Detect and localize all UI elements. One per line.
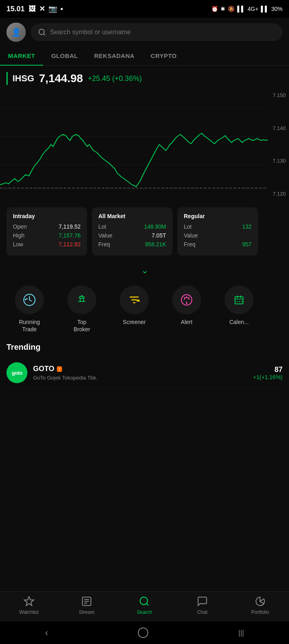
- watchlist-icon: [23, 596, 35, 607]
- calendar-icon-circle: [225, 285, 254, 314]
- allmarket-lot: Lot 148.90M: [98, 223, 166, 230]
- svg-line-1: [44, 34, 45, 35]
- chart-y-labels: 7.150 7.140 7.130 7.120: [272, 88, 286, 201]
- network-type: 4G+: [247, 6, 258, 12]
- regular-lot: Lot 132: [184, 223, 252, 230]
- alert-label: Alert: [181, 318, 193, 326]
- stats-card-allmarket: All Market Lot 148.90M Value 7.05T Freq …: [92, 207, 173, 256]
- tab-market[interactable]: MARKET: [0, 47, 43, 66]
- bluetooth-icon: ✱: [220, 6, 225, 12]
- mute-icon: 🔕: [228, 6, 235, 12]
- allmarket-title: All Market: [98, 213, 166, 219]
- goto-info: GOTO ! GoTo Gojek Tokopedia Tbk.: [33, 365, 247, 381]
- allmarket-lot-value: 148.90M: [144, 223, 166, 230]
- recent-button[interactable]: |||: [238, 629, 244, 637]
- goto-symbol: GOTO: [33, 365, 54, 373]
- goto-change: +1(+1.16%): [253, 374, 283, 380]
- svg-point-9: [81, 295, 83, 297]
- nav-portfolio[interactable]: Portfolio: [244, 596, 276, 615]
- search-wrapper[interactable]: [31, 23, 283, 41]
- goto-price: 87: [253, 365, 283, 374]
- intraday-high-label: High: [13, 232, 25, 239]
- action-alert[interactable]: Alert: [160, 285, 213, 333]
- y-label-3: 7.130: [272, 158, 286, 164]
- intraday-title: Intraday: [13, 213, 81, 219]
- signal-icon2: ▌▌: [261, 6, 269, 12]
- svg-rect-16: [186, 303, 187, 304]
- regular-value: Value: [184, 232, 252, 239]
- search-icon: [38, 28, 46, 36]
- intraday-open: Open 7,119.52: [13, 223, 81, 230]
- allmarket-value: Value 7.05T: [98, 232, 166, 239]
- goto-price-col: 87 +1(+1.16%): [253, 365, 283, 380]
- alert-icon: [179, 293, 194, 307]
- intraday-high-value: 7,157.76: [59, 232, 81, 239]
- nav-watchlist[interactable]: Watchlist: [13, 596, 45, 615]
- intraday-open-label: Open: [13, 223, 27, 230]
- top-broker-label: TopBroker: [73, 318, 90, 333]
- action-running-trade[interactable]: RunningTrade: [3, 285, 56, 333]
- stats-card-regular: Regular Lot 132 Value Freq 957: [177, 207, 258, 256]
- running-trade-label: RunningTrade: [19, 318, 40, 333]
- ihsg-value: 7,144.98: [39, 72, 83, 85]
- intraday-low-label: Low: [13, 241, 23, 248]
- nav-portfolio-label: Portfolio: [251, 609, 269, 615]
- allmarket-freq-label: Freq: [98, 241, 110, 248]
- screener-icon: [127, 293, 141, 307]
- top-broker-icon: [75, 293, 89, 307]
- tab-global[interactable]: GLOBAL: [43, 47, 86, 65]
- regular-freq-label: Freq: [184, 241, 195, 248]
- y-label-4: 7.120: [272, 191, 286, 197]
- status-app-icons: 🖼 ✕ 📷 •: [29, 4, 63, 13]
- back-button[interactable]: ‹: [45, 627, 48, 638]
- ihsg-chart: 7.150 7.140 7.130 7.120: [0, 88, 289, 201]
- nav-search-icon: [139, 596, 150, 607]
- allmarket-freq-value: 958.21K: [145, 241, 166, 248]
- instagram-icon: 📷: [48, 4, 57, 13]
- stats-card-intraday: Intraday Open 7,119.52 High 7,157.76 Low…: [6, 207, 87, 256]
- nav-search-label: Search: [137, 609, 152, 615]
- regular-title: Regular: [184, 213, 252, 219]
- home-button[interactable]: [138, 627, 148, 638]
- alarm-icon: ⏰: [211, 6, 218, 12]
- user-avatar[interactable]: 👤: [6, 23, 26, 42]
- svg-point-23: [241, 301, 243, 302]
- ihsg-symbol: IHSG: [12, 73, 34, 84]
- expand-chevron[interactable]: ⌄: [0, 262, 289, 279]
- tab-crypto[interactable]: CRYPTO: [143, 47, 185, 65]
- regular-value-label: Value: [184, 232, 198, 239]
- nav-stream[interactable]: Stream: [71, 596, 103, 615]
- trending-item-goto[interactable]: goto GOTO ! GoTo Gojek Tokopedia Tbk. 87…: [6, 357, 283, 388]
- allmarket-lot-label: Lot: [98, 223, 106, 230]
- stats-cards: Intraday Open 7,119.52 High 7,157.76 Low…: [0, 201, 289, 262]
- running-trade-icon-circle: [15, 285, 44, 314]
- goto-name-row: GOTO !: [33, 365, 247, 373]
- regular-freq-value: 957: [242, 241, 252, 248]
- status-bar: 15.01 🖼 ✕ 📷 • ⏰ ✱ 🔕 ▌▌ 4G+ ▌▌ 30%: [0, 0, 289, 18]
- nav-search[interactable]: Search: [128, 596, 160, 615]
- nav-chat[interactable]: Chat: [186, 596, 218, 615]
- svg-point-29: [140, 597, 148, 605]
- screener-label: Screener: [123, 318, 146, 326]
- goto-full-name: GoTo Gojek Tokopedia Tbk.: [33, 375, 247, 381]
- svg-marker-24: [24, 597, 33, 605]
- y-label-2: 7.140: [272, 125, 286, 131]
- signal-icon: ▌▌: [237, 6, 245, 12]
- screener-icon-circle: [120, 285, 149, 314]
- twitter-x-icon: ✕: [39, 4, 45, 13]
- trending-title: Trending: [6, 343, 283, 352]
- tab-reksadana[interactable]: REKSADANA: [86, 47, 143, 65]
- regular-lot-value: 132: [242, 223, 252, 230]
- svg-line-14: [188, 297, 189, 298]
- gallery-icon: 🖼: [29, 5, 36, 13]
- action-top-broker[interactable]: TopBroker: [56, 285, 108, 333]
- y-label-1: 7.150: [272, 92, 286, 98]
- alert-icon-circle: [172, 285, 201, 314]
- goto-logo: goto: [6, 362, 27, 383]
- action-screener[interactable]: Screener: [108, 285, 160, 333]
- search-input[interactable]: [50, 29, 275, 36]
- goto-badge: !: [57, 366, 62, 372]
- action-calendar[interactable]: Calen...: [213, 285, 265, 333]
- intraday-high: High 7,157.76: [13, 232, 81, 239]
- intraday-open-value: 7,119.52: [59, 223, 81, 230]
